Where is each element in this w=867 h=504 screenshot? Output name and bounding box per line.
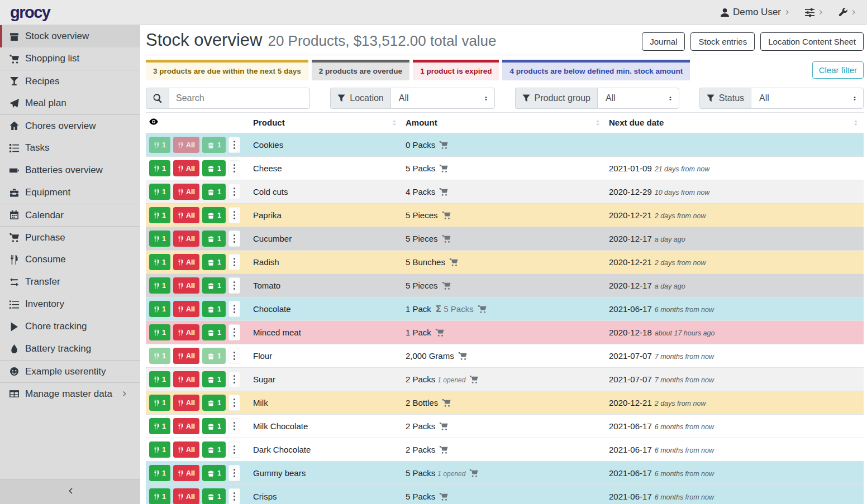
consume-one-button[interactable]: 1 <box>149 231 170 247</box>
location-content-sheet-button[interactable]: Location Content Sheet <box>760 32 864 51</box>
open-one-button[interactable]: 1 <box>202 137 226 153</box>
consume-one-button[interactable]: 1 <box>149 184 170 200</box>
sidebar-item-calendar[interactable]: Calendar <box>0 204 140 226</box>
row-menu-button[interactable] <box>228 231 240 247</box>
sidebar-item-chores-overview[interactable]: Chores overview <box>0 114 140 137</box>
consume-one-button[interactable]: 1 <box>149 371 170 387</box>
sidebar-item-recipes[interactable]: Recipes <box>0 70 140 92</box>
product-group-select[interactable]: All <box>597 88 679 109</box>
row-menu-button[interactable] <box>228 184 240 200</box>
open-one-button[interactable]: 1 <box>202 301 226 317</box>
sidebar-item-manage-master-data[interactable]: Manage master data <box>0 382 140 405</box>
open-one-button[interactable]: 1 <box>202 231 226 247</box>
sidebar-collapse-button[interactable] <box>0 479 140 504</box>
sidebar-item-battery-tracking[interactable]: Battery tracking <box>0 338 140 360</box>
row-menu-button[interactable] <box>228 371 240 387</box>
consume-one-button[interactable]: 1 <box>149 137 170 153</box>
consume-all-button[interactable]: All <box>173 160 199 176</box>
row-menu-button[interactable] <box>228 395 240 411</box>
open-one-button[interactable]: 1 <box>202 395 226 411</box>
sidebar-item-example-userentity[interactable]: Example userentity <box>0 360 140 382</box>
consume-all-button[interactable]: All <box>173 441 199 458</box>
consume-all-button[interactable]: All <box>173 277 199 294</box>
sidebar-item-transfer[interactable]: Transfer <box>0 271 140 293</box>
open-one-button[interactable]: 1 <box>202 441 226 458</box>
banner-below-min-stock[interactable]: 4 products are below defined min. stock … <box>502 60 690 80</box>
consume-all-button[interactable]: All <box>173 231 199 247</box>
open-one-button[interactable]: 1 <box>202 465 226 481</box>
open-one-button[interactable]: 1 <box>202 371 226 387</box>
consume-one-button[interactable]: 1 <box>149 418 170 434</box>
consume-one-button[interactable]: 1 <box>149 301 170 317</box>
consume-one-button[interactable]: 1 <box>149 277 170 294</box>
banner-due-soon[interactable]: 3 products are due within the next 5 day… <box>146 60 308 80</box>
open-one-button[interactable]: 1 <box>202 184 226 200</box>
consume-one-button[interactable]: 1 <box>149 207 170 223</box>
open-one-button[interactable]: 1 <box>202 254 226 270</box>
column-header-product[interactable]: Product <box>250 113 402 133</box>
consume-one-button[interactable]: 1 <box>149 395 170 411</box>
consume-all-button[interactable]: All <box>173 348 199 364</box>
sidebar-item-batteries-overview[interactable]: Batteries overview <box>0 159 140 181</box>
open-one-button[interactable]: 1 <box>202 324 226 340</box>
consume-all-button[interactable]: All <box>173 371 199 387</box>
open-one-button[interactable]: 1 <box>202 207 226 223</box>
consume-one-button[interactable]: 1 <box>149 441 170 458</box>
row-menu-button[interactable] <box>228 301 240 317</box>
consume-all-button[interactable]: All <box>173 488 199 504</box>
status-select[interactable]: All <box>751 88 864 109</box>
row-menu-button[interactable] <box>228 465 240 481</box>
consume-all-button[interactable]: All <box>173 418 199 434</box>
journal-button[interactable]: Journal <box>642 32 685 51</box>
consume-all-button[interactable]: All <box>173 301 199 317</box>
clear-filter-button[interactable]: Clear filter <box>812 61 864 79</box>
consume-all-button[interactable]: All <box>173 324 199 340</box>
open-one-button[interactable]: 1 <box>202 488 226 504</box>
row-menu-button[interactable] <box>228 324 240 340</box>
column-visibility-toggle[interactable] <box>146 113 250 133</box>
settings-menu[interactable] <box>805 8 824 17</box>
admin-menu[interactable] <box>839 8 857 17</box>
search-input[interactable] <box>169 88 310 109</box>
consume-all-button[interactable]: All <box>173 254 199 270</box>
stock-entries-button[interactable]: Stock entries <box>690 32 755 51</box>
sidebar-item-meal-plan[interactable]: Meal plan <box>0 92 140 114</box>
consume-one-button[interactable]: 1 <box>149 254 170 270</box>
row-menu-button[interactable] <box>228 441 240 458</box>
location-select[interactable]: All <box>390 88 495 109</box>
consume-all-button[interactable]: All <box>173 184 199 200</box>
sidebar-item-tasks[interactable]: Tasks <box>0 137 140 159</box>
row-menu-button[interactable] <box>228 488 240 504</box>
sidebar-item-stock-overview[interactable]: Stock overview <box>0 25 140 47</box>
consume-all-button[interactable]: All <box>173 137 199 153</box>
consume-one-button[interactable]: 1 <box>149 488 170 504</box>
sidebar-item-chore-tracking[interactable]: Chore tracking <box>0 315 140 338</box>
consume-one-button[interactable]: 1 <box>149 465 170 481</box>
banner-expired[interactable]: 1 product is expired <box>413 60 499 80</box>
sidebar-item-purchase[interactable]: Purchase <box>0 226 140 248</box>
sidebar-item-consume[interactable]: Consume <box>0 248 140 271</box>
sidebar-item-shopping-list[interactable]: Shopping list <box>0 47 140 70</box>
consume-one-button[interactable]: 1 <box>149 160 170 176</box>
open-one-button[interactable]: 1 <box>202 348 226 364</box>
consume-all-button[interactable]: All <box>173 395 199 411</box>
column-header-due-date[interactable]: Next due date <box>606 113 864 133</box>
row-menu-button[interactable] <box>228 137 240 153</box>
row-menu-button[interactable] <box>228 418 240 434</box>
row-menu-button[interactable] <box>228 160 240 176</box>
consume-all-button[interactable]: All <box>173 207 199 223</box>
sidebar-item-equipment[interactable]: Equipment <box>0 181 140 204</box>
sidebar-item-inventory[interactable]: Inventory <box>0 293 140 315</box>
consume-one-button[interactable]: 1 <box>149 348 170 364</box>
user-menu[interactable]: Demo User <box>721 7 790 18</box>
banner-overdue[interactable]: 2 products are overdue <box>312 60 409 80</box>
open-one-button[interactable]: 1 <box>202 418 226 434</box>
row-menu-button[interactable] <box>228 277 240 294</box>
app-logo[interactable]: grocy <box>10 3 50 22</box>
row-menu-button[interactable] <box>228 254 240 270</box>
consume-all-button[interactable]: All <box>173 465 199 481</box>
row-menu-button[interactable] <box>228 207 240 223</box>
open-one-button[interactable]: 1 <box>202 160 226 176</box>
column-header-amount[interactable]: Amount <box>402 113 606 133</box>
consume-one-button[interactable]: 1 <box>149 324 170 340</box>
